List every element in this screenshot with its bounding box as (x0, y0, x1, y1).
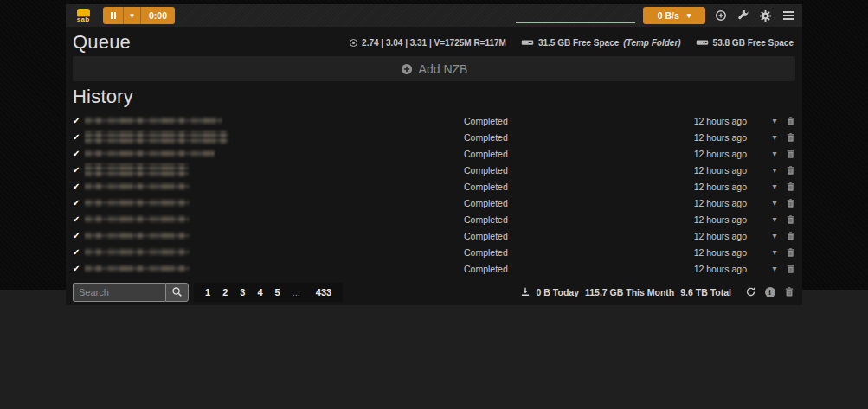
page-button[interactable]: 3 (234, 283, 251, 302)
refresh-history-button[interactable] (744, 285, 757, 298)
purge-history-button[interactable] (782, 285, 795, 298)
delete-row-button[interactable] (785, 230, 795, 241)
settings-button[interactable] (758, 9, 773, 23)
pause-duration-dropdown[interactable]: ▾ (124, 7, 141, 24)
search-input[interactable] (73, 283, 165, 302)
history-row[interactable]: ✔ Completed 12 hours ago ▾ (66, 227, 802, 244)
speed-limit-dropdown[interactable]: 0 B/s ▾ (643, 7, 705, 24)
trash-icon (786, 247, 795, 258)
logo-text: sab (77, 16, 90, 23)
censored-job-name (85, 248, 190, 256)
logo-hat-icon (77, 9, 90, 16)
options-button[interactable] (736, 9, 750, 23)
row-actions-dropdown[interactable]: ▾ (769, 264, 780, 273)
delete-row-button[interactable] (785, 246, 795, 258)
trash-icon (786, 165, 795, 176)
page-button[interactable]: 5 (269, 283, 286, 302)
row-actions-dropdown[interactable]: ▾ (769, 231, 780, 240)
delete-row-button[interactable] (785, 214, 795, 225)
page-button[interactable]: 4 (251, 283, 268, 302)
timestamp: 12 hours ago (694, 165, 747, 176)
row-actions-dropdown[interactable]: ▾ (769, 132, 780, 142)
check-icon: ✔ (73, 182, 84, 191)
page-button[interactable]: 433 (310, 283, 338, 302)
status-label: Completed (464, 264, 508, 274)
delete-row-button[interactable] (785, 197, 795, 208)
row-actions-dropdown[interactable]: ▾ (769, 247, 780, 257)
delete-row-button[interactable] (785, 148, 795, 159)
censored-job-name (85, 215, 190, 223)
check-icon: ✔ (73, 199, 84, 208)
speed-value: 0 B/s (658, 10, 679, 21)
delete-row-button[interactable] (785, 181, 795, 192)
timestamp: 12 hours ago (694, 132, 747, 143)
gear-icon (759, 10, 772, 22)
search-button[interactable] (165, 283, 189, 302)
check-icon: ✔ (73, 232, 84, 240)
delete-row-button[interactable] (785, 263, 795, 274)
plus-circle-icon (401, 63, 413, 75)
page-button[interactable]: 2 (216, 283, 234, 302)
history-footer: 12345...433 0 B Today 115.7 GB This Mont… (66, 281, 802, 302)
timestamp: 12 hours ago (694, 198, 747, 208)
status-label: Completed (464, 149, 508, 159)
sabnzbd-logo[interactable]: sab (73, 9, 93, 23)
history-row[interactable]: ✔ Completed 12 hours ago ▾ (66, 145, 802, 162)
temp-free-space: 31.5 GB Free Space (538, 38, 619, 48)
pause-timer[interactable]: 0:00 (141, 7, 175, 24)
row-actions-dropdown[interactable]: ▾ (769, 165, 780, 175)
censored-job-name (85, 150, 215, 157)
stat-today: 0 B Today (537, 287, 579, 297)
queue-heading: Queue (73, 31, 131, 54)
row-actions-dropdown[interactable]: ▾ (769, 149, 780, 158)
history-row[interactable]: ✔ Completed 12 hours ago ▾ (66, 129, 802, 145)
history-row[interactable]: ✔ Completed 12 hours ago ▾ (66, 162, 802, 178)
check-icon: ✔ (73, 265, 84, 273)
history-heading: History (73, 86, 133, 108)
history-row[interactable]: ✔ Completed 12 hours ago ▾ (66, 178, 802, 195)
censored-job-name (85, 265, 190, 272)
chevron-down-icon: ▾ (687, 11, 691, 20)
pause-icon (111, 12, 113, 19)
censored-job-name (85, 117, 222, 125)
history-info-button[interactable]: i (763, 285, 776, 298)
history-row[interactable]: ✔ Completed 12 hours ago ▾ (66, 244, 802, 260)
page-button[interactable]: 1 (199, 283, 216, 302)
row-actions-dropdown[interactable]: ▾ (769, 182, 780, 191)
delete-row-button[interactable] (785, 131, 795, 143)
delete-row-button[interactable] (785, 115, 795, 126)
pagination-ellipsis: ... (286, 287, 306, 297)
pause-button[interactable] (103, 7, 124, 24)
download-stats: 0 B Today 115.7 GB This Month 9.6 TB Tot… (520, 285, 795, 298)
history-row[interactable]: ✔ Completed 12 hours ago ▾ (66, 112, 802, 129)
censored-job-name (85, 131, 228, 144)
check-icon: ✔ (73, 215, 84, 224)
check-icon: ✔ (73, 248, 84, 257)
navbar-right: 0 B/s ▾ (516, 6, 795, 25)
page-backdrop: sab ▾ 0:00 0 B/s ▾ (0, 0, 868, 290)
hdd-icon (521, 37, 534, 48)
stat-month: 115.7 GB This Month (585, 287, 674, 297)
temp-free-note: (Temp Folder) (623, 38, 680, 48)
censored-job-name (85, 199, 190, 207)
status-label: Completed (464, 182, 508, 192)
add-nzb-button[interactable] (713, 9, 728, 23)
timestamp: 12 hours ago (694, 182, 747, 192)
pagination: 12345...433 (194, 283, 343, 302)
timestamp: 12 hours ago (694, 149, 747, 159)
chevron-down-icon: ▾ (130, 11, 134, 20)
queue-stats: 2.74 | 3.04 | 3.31 | V=1725M R=117M 31.5… (350, 37, 795, 48)
row-actions-dropdown[interactable]: ▾ (769, 198, 780, 208)
status-label: Completed (464, 132, 508, 143)
delete-row-button[interactable] (785, 164, 795, 176)
check-icon: ✔ (73, 166, 84, 175)
menu-button[interactable] (781, 9, 795, 23)
disk-free-space: 53.8 GB Free Space (713, 38, 794, 48)
censored-job-name (85, 163, 189, 177)
history-row[interactable]: ✔ Completed 12 hours ago ▾ (66, 195, 802, 211)
row-actions-dropdown[interactable]: ▾ (769, 116, 780, 125)
history-row[interactable]: ✔ Completed 12 hours ago ▾ (66, 260, 802, 277)
add-nzb-dropzone[interactable]: Add NZB (73, 56, 795, 81)
row-actions-dropdown[interactable]: ▾ (769, 214, 780, 224)
history-row[interactable]: ✔ Completed 12 hours ago ▾ (66, 211, 802, 227)
